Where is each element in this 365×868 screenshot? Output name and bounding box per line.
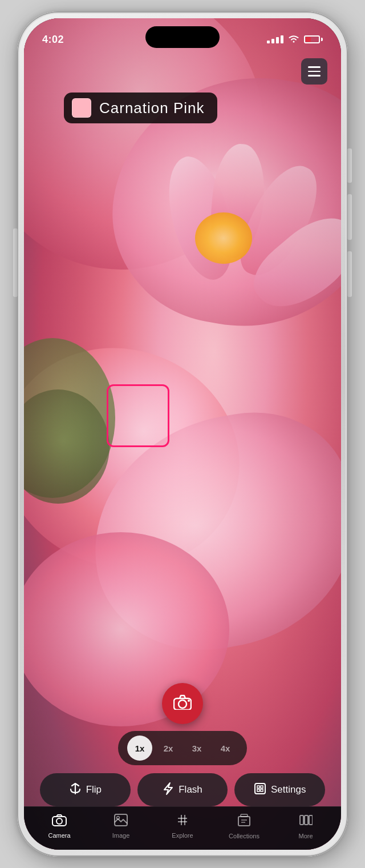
- camera-tab-icon: [52, 814, 67, 830]
- svg-point-9: [56, 818, 62, 824]
- collections-tab-icon: [237, 813, 251, 830]
- flash-label: Flash: [179, 784, 202, 795]
- tab-more[interactable]: More: [289, 813, 323, 839]
- image-tab-label: Image: [112, 832, 130, 839]
- tab-bar: Camera Image: [24, 806, 341, 850]
- action-buttons-row: Flip Flash: [24, 773, 341, 806]
- svg-rect-22: [309, 815, 313, 825]
- hamburger-line-3: [308, 75, 321, 77]
- hamburger-icon: [308, 66, 321, 77]
- svg-point-2: [188, 700, 190, 702]
- power-button[interactable]: [13, 228, 18, 297]
- phone-screen: 4:02: [24, 18, 341, 850]
- svg-rect-17: [241, 814, 248, 817]
- more-tab-label: More: [298, 833, 313, 839]
- settings-button[interactable]: Settings: [234, 773, 325, 806]
- dynamic-island: [145, 26, 220, 48]
- svg-rect-16: [238, 817, 250, 826]
- hamburger-line-2: [308, 71, 321, 73]
- explore-tab-label: Explore: [172, 832, 193, 839]
- explore-tab-icon: [176, 814, 189, 830]
- color-name-text: Carnation Pink: [99, 99, 205, 117]
- flash-button[interactable]: Flash: [137, 773, 228, 806]
- battery-tip: [321, 38, 323, 41]
- menu-button[interactable]: [301, 58, 327, 85]
- wifi-icon: [288, 34, 299, 45]
- battery-fill: [306, 37, 311, 42]
- zoom-controls: 1x 2x 3x 4x: [118, 731, 247, 765]
- focus-reticle: [107, 384, 169, 447]
- svg-rect-3: [255, 783, 265, 794]
- phone-frame: 4:02: [17, 11, 348, 857]
- shutter-button[interactable]: [162, 683, 203, 724]
- volume-up-button[interactable]: [347, 194, 352, 240]
- status-time: 4:02: [42, 34, 64, 46]
- flip-button[interactable]: Flip: [40, 773, 131, 806]
- volume-down-button[interactable]: [347, 251, 352, 297]
- image-tab-icon: [114, 814, 128, 830]
- svg-rect-4: [257, 786, 259, 788]
- signal-bar-3: [276, 37, 279, 43]
- hamburger-line-1: [308, 66, 321, 68]
- flash-icon: [163, 782, 174, 798]
- svg-rect-5: [261, 786, 263, 788]
- svg-rect-21: [305, 815, 308, 825]
- tab-image[interactable]: Image: [104, 814, 138, 839]
- zoom-2x-button[interactable]: 2x: [156, 736, 181, 761]
- tab-camera[interactable]: Camera: [42, 814, 76, 839]
- tab-explore[interactable]: Explore: [165, 814, 200, 839]
- settings-icon: [254, 782, 266, 798]
- svg-rect-6: [257, 789, 259, 791]
- silent-button[interactable]: [347, 148, 352, 183]
- zoom-1x-button[interactable]: 1x: [127, 736, 152, 761]
- camera-viewfinder: [24, 18, 341, 850]
- camera-shutter-icon: [173, 694, 192, 714]
- battery-body: [304, 35, 320, 43]
- status-icons: [267, 34, 323, 45]
- more-tab-icon: [299, 813, 313, 830]
- zoom-3x-button[interactable]: 3x: [184, 736, 209, 761]
- signal-bar-1: [267, 41, 270, 43]
- signal-icon: [267, 35, 283, 43]
- svg-rect-20: [300, 815, 303, 825]
- photo-color-overlay: [24, 18, 341, 850]
- zoom-4x-button[interactable]: 4x: [213, 736, 238, 761]
- camera-tab-label: Camera: [48, 832, 70, 839]
- svg-rect-7: [261, 789, 263, 791]
- svg-point-1: [179, 700, 186, 708]
- flip-label: Flip: [86, 784, 102, 795]
- color-swatch: [72, 98, 91, 118]
- signal-bar-4: [281, 35, 283, 43]
- battery-icon: [304, 35, 323, 43]
- tab-collections[interactable]: Collections: [227, 813, 261, 839]
- flip-icon: [69, 782, 82, 798]
- collections-tab-label: Collections: [229, 833, 259, 839]
- signal-bar-2: [271, 39, 274, 43]
- settings-label: Settings: [271, 784, 306, 795]
- color-detection-badge: Carnation Pink: [64, 93, 217, 123]
